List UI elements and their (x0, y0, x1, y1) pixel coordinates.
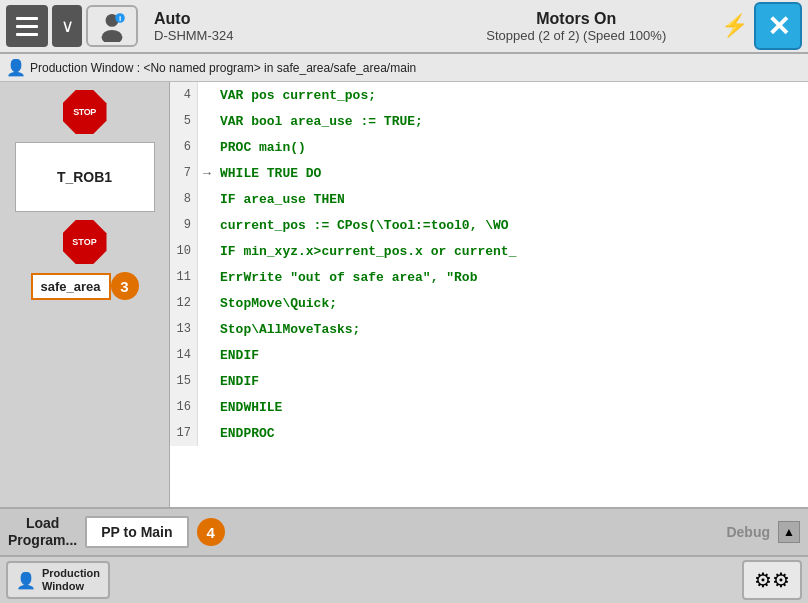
chevron-button[interactable]: ∨ (52, 5, 82, 47)
line-number: 11 (170, 264, 198, 290)
safe-area-label[interactable]: safe_area (31, 273, 111, 300)
robot-name: T_ROB1 (57, 169, 112, 185)
code-line: 4 VAR pos current_pos; (170, 82, 808, 108)
line-number: 6 (170, 134, 198, 160)
stop-text-2: STOP (72, 237, 96, 247)
line-number: 5 (170, 108, 198, 134)
hamburger-line (16, 33, 38, 36)
settings-icon: ⚙⚙ (754, 568, 790, 592)
taskbar-right: ⚙⚙ (742, 560, 802, 600)
breadcrumb-bar: 👤 Production Window : <No named program>… (0, 54, 808, 82)
line-number: 12 (170, 290, 198, 316)
line-number: 14 (170, 342, 198, 368)
bottom-toolbar: Load Program... PP to Main 4 Debug ▲ (0, 507, 808, 555)
stopped-status: Stopped (2 of 2) (Speed 100%) (486, 28, 666, 43)
signal-icon: ⚡ (721, 13, 748, 39)
pp-to-main-button[interactable]: PP to Main (85, 516, 188, 548)
line-code: WHILE TRUE DO (216, 166, 321, 181)
code-line: 8 IF area_use THEN (170, 186, 808, 212)
line-code: VAR pos current_pos; (216, 88, 376, 103)
load-program-label: Load Program... (8, 515, 77, 548)
stop-text-1: STOP (73, 107, 95, 117)
user-icon: i (96, 10, 128, 42)
stop-sign-2: STOP (63, 220, 107, 264)
hamburger-button[interactable] (6, 5, 48, 47)
taskbar-item-icon: 👤 (16, 571, 36, 590)
breadcrumb-icon: 👤 (6, 58, 26, 77)
line-number: 15 (170, 368, 198, 394)
line-number: 17 (170, 420, 198, 446)
toolbar-right: ⚡ ✕ (721, 2, 802, 50)
code-line: 15 ENDIF (170, 368, 808, 394)
svg-point-1 (102, 30, 123, 42)
line-number: 16 (170, 394, 198, 420)
code-line: 5 VAR bool area_use := TRUE; (170, 108, 808, 134)
close-icon: ✕ (767, 10, 790, 43)
line-arrow: → (198, 166, 216, 181)
line-code: Stop\AllMoveTasks; (216, 322, 360, 337)
line-code: ENDPROC (216, 426, 275, 441)
code-line: 9 current_pos := CPos(\Tool:=tool0, \WO (170, 212, 808, 238)
taskbar: 👤 Production Window ⚙⚙ (0, 555, 808, 603)
motors-status: Motors On (536, 10, 616, 28)
stop-sign-1: STOP (63, 90, 107, 134)
device-label: D-SHMM-324 (154, 28, 233, 43)
code-line: 17 ENDPROC (170, 420, 808, 446)
hamburger-line (16, 17, 38, 20)
code-panel: 4 VAR pos current_pos;5 VAR bool area_us… (170, 82, 808, 507)
taskbar-item-text: Production Window (42, 567, 100, 593)
line-number: 13 (170, 316, 198, 342)
line-code: ENDWHILE (216, 400, 282, 415)
line-number: 7 (170, 160, 198, 186)
left-panel: STOP T_ROB1 STOP safe_area 3 (0, 82, 170, 507)
code-line: 14 ENDIF (170, 342, 808, 368)
mode-label: Auto (154, 10, 190, 28)
toolbar-mode-info: Auto D-SHMM-324 (144, 10, 432, 43)
breadcrumb-text: Production Window : <No named program> i… (30, 61, 416, 75)
toolbar-status: Motors On Stopped (2 of 2) (Speed 100%) (438, 10, 716, 43)
line-code: VAR bool area_use := TRUE; (216, 114, 423, 129)
safe-area-container: safe_area 3 (31, 272, 139, 300)
user-info-button[interactable]: i (86, 5, 138, 47)
line-number: 4 (170, 82, 198, 108)
scroll-up-button[interactable]: ▲ (778, 521, 800, 543)
line-code: ENDIF (216, 374, 259, 389)
code-line: 7→ WHILE TRUE DO (170, 160, 808, 186)
chevron-down-icon: ∨ (61, 15, 74, 37)
line-number: 9 (170, 212, 198, 238)
load-program-button[interactable]: Load Program... (8, 515, 77, 549)
debug-button[interactable]: Debug (726, 524, 770, 540)
svg-text:i: i (119, 14, 121, 23)
close-button[interactable]: ✕ (754, 2, 802, 50)
line-code: IF area_use THEN (216, 192, 345, 207)
line-code: ENDIF (216, 348, 259, 363)
code-line: 10 IF min_xyz.x>current_pos.x or current… (170, 238, 808, 264)
line-code: PROC main() (216, 140, 306, 155)
main-content: STOP T_ROB1 STOP safe_area 3 4 VAR pos c… (0, 82, 808, 507)
toolbar-left: ∨ i (6, 5, 138, 47)
taskbar-production-window[interactable]: 👤 Production Window (6, 561, 110, 599)
code-line: 11 ErrWrite "out of safe area", "Rob (170, 264, 808, 290)
line-number: 10 (170, 238, 198, 264)
hamburger-line (16, 25, 38, 28)
code-line: 12 StopMove\Quick; (170, 290, 808, 316)
robot-label: T_ROB1 (15, 142, 155, 212)
badge-3: 3 (111, 272, 139, 300)
settings-button[interactable]: ⚙⚙ (742, 560, 802, 600)
code-line: 13 Stop\AllMoveTasks; (170, 316, 808, 342)
line-code: current_pos := CPos(\Tool:=tool0, \WO (216, 218, 509, 233)
line-code: StopMove\Quick; (216, 296, 337, 311)
code-line: 6 PROC main() (170, 134, 808, 160)
line-code: IF min_xyz.x>current_pos.x or current_ (216, 244, 516, 259)
code-line: 16 ENDWHILE (170, 394, 808, 420)
line-number: 8 (170, 186, 198, 212)
badge-4: 4 (197, 518, 225, 546)
top-toolbar: ∨ i Auto D-SHMM-324 Motors On Stopped (2… (0, 0, 808, 54)
line-code: ErrWrite "out of safe area", "Rob (216, 270, 477, 285)
